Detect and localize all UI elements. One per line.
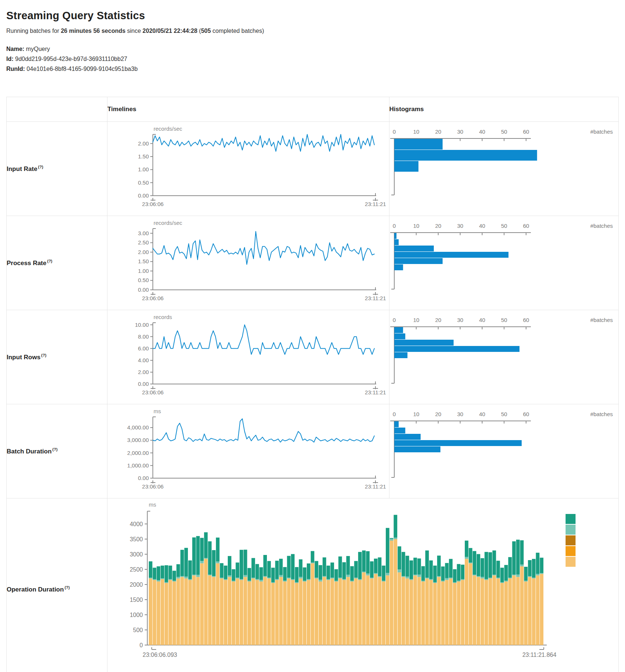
operation-duration-help-icon[interactable]: (?) (65, 585, 70, 590)
svg-text:50: 50 (501, 128, 507, 135)
input-rows-help-icon[interactable]: (?) (41, 353, 47, 357)
operation-duration-bar-segment (216, 538, 220, 562)
operation-duration-bar-segment (299, 579, 303, 645)
running-duration: 26 minutes 56 seconds (61, 28, 126, 34)
operation-duration-bar-segment (271, 583, 275, 645)
svg-text:0.50: 0.50 (138, 277, 149, 283)
operation-duration-bar-segment (386, 528, 389, 573)
operation-duration-bar-segment (248, 581, 251, 582)
batch-duration-help-icon[interactable]: (?) (52, 447, 58, 452)
operation-duration-bar-segment (449, 578, 453, 579)
svg-text:500: 500 (133, 627, 143, 633)
svg-text:60: 60 (523, 223, 529, 229)
process-rate-help-icon[interactable]: (?) (47, 259, 52, 263)
operation-duration-bar-segment (429, 580, 433, 645)
operation-duration-bar-segment (418, 559, 421, 575)
operation-duration-bar-segment (334, 581, 338, 582)
operation-duration-bar-segment (200, 538, 204, 561)
operation-duration-bar-segment (469, 563, 473, 563)
operation-duration-bar-segment (323, 577, 326, 645)
legend-swatch (566, 525, 576, 535)
operation-duration-bar-segment (473, 551, 476, 575)
operation-duration-bar-segment (413, 558, 417, 575)
svg-text:23:11:21: 23:11:21 (365, 201, 386, 207)
batch-duration-hist-bar (394, 428, 405, 433)
operation-duration-bar-segment (196, 536, 200, 575)
operation-duration-bar-segment (192, 538, 196, 575)
svg-text:20: 20 (435, 317, 441, 323)
operation-duration-bar-segment (528, 560, 532, 576)
operation-duration-bar-segment (196, 575, 200, 577)
operation-duration-bar-segment (378, 576, 382, 577)
operation-duration-bar-segment (481, 579, 484, 645)
svg-text:1000: 1000 (130, 612, 143, 618)
operation-duration-bar-segment (157, 566, 160, 580)
operation-duration-bar-segment (497, 561, 500, 578)
operation-duration-bar-segment (200, 563, 204, 645)
operation-duration-bar-segment (536, 553, 540, 574)
svg-text:0.00: 0.00 (138, 287, 149, 293)
operation-duration-bar-segment (287, 579, 291, 645)
batch-duration-hist-bar (394, 440, 522, 446)
operation-duration-bar-segment (536, 574, 540, 575)
operation-duration-bar-segment (172, 581, 176, 582)
operation-duration-bar-segment (488, 578, 492, 579)
operation-duration-bar-segment (224, 580, 227, 645)
svg-text:10: 10 (413, 223, 419, 229)
running-prefix: Running batches for (6, 28, 61, 34)
operation-duration-bar-segment (445, 578, 449, 580)
process-rate-timeline-cell: records/sec0.000.501.001.502.002.503.002… (107, 216, 389, 310)
operation-duration-bar-segment (216, 562, 220, 563)
operation-duration-bar-segment (374, 574, 378, 645)
operation-duration-bar-segment (524, 567, 528, 581)
operation-duration-bar-segment (200, 561, 204, 563)
svg-text:40: 40 (479, 223, 485, 229)
id-value: 9d0dd219-995d-423e-b97d-36931110bb27 (14, 56, 127, 62)
operation-duration-bar-segment (488, 552, 492, 578)
operation-duration-bar-segment (520, 540, 524, 565)
svg-text:0.00: 0.00 (138, 381, 149, 387)
operation-duration-bar-segment (409, 580, 413, 645)
operation-duration-bar-segment (251, 578, 255, 579)
operation-duration-bar-segment (461, 580, 464, 645)
operation-duration-bar-segment (508, 578, 512, 579)
operation-duration-bar-segment (342, 579, 346, 580)
operation-duration-bar-segment (485, 580, 488, 645)
input-rows-histogram-chart: 0102030405060#batches (389, 310, 618, 402)
svg-text:2000: 2000 (130, 582, 143, 588)
svg-text:#batches: #batches (590, 411, 613, 417)
svg-text:23:06:06: 23:06:06 (142, 295, 164, 301)
operation-duration-bar-segment (299, 577, 303, 579)
operation-duration-bar-segment (319, 582, 322, 645)
operation-duration-bar-segment (263, 555, 267, 576)
operation-duration-bar-segment (212, 576, 216, 577)
operation-duration-bar-segment (149, 561, 152, 577)
operation-duration-bar-segment (406, 577, 409, 579)
svg-text:30: 30 (457, 317, 463, 323)
operation-duration-bar-segment (275, 580, 279, 645)
operation-duration-bar-segment (267, 578, 271, 579)
operation-duration-bar-segment (153, 580, 157, 645)
operation-duration-bar-segment (169, 566, 172, 579)
operation-duration-bar-segment (453, 582, 457, 583)
legend-swatch (566, 557, 576, 567)
operation-duration-bar-segment (346, 556, 350, 575)
svg-text:3000: 3000 (130, 551, 143, 558)
operation-duration-bar-segment (176, 579, 180, 645)
operation-duration-bar-segment (323, 576, 326, 577)
process-rate-hist-bar (394, 258, 443, 264)
input-rate-help-icon[interactable]: (?) (38, 165, 43, 169)
operation-duration-bar-segment (315, 561, 318, 577)
process-rate-hist-bar (394, 264, 403, 270)
operation-duration-bar-segment (181, 577, 184, 645)
operation-duration-bar-segment (303, 582, 306, 645)
operation-duration-bar-segment (374, 559, 378, 573)
input-rows-histogram-cell: 0102030405060#batches (389, 310, 618, 404)
process-rate-label: Process Rate (7, 260, 47, 267)
query-name-line: Name: myQuery (6, 44, 619, 54)
operation-duration-bar-segment (366, 575, 370, 645)
operation-duration-bar-segment (500, 568, 504, 582)
query-id-line: Id: 9d0dd219-995d-423e-b97d-36931110bb27 (6, 54, 619, 64)
start-time: 2020/05/21 22:44:28 (142, 28, 198, 34)
svg-text:records/sec: records/sec (154, 126, 182, 132)
